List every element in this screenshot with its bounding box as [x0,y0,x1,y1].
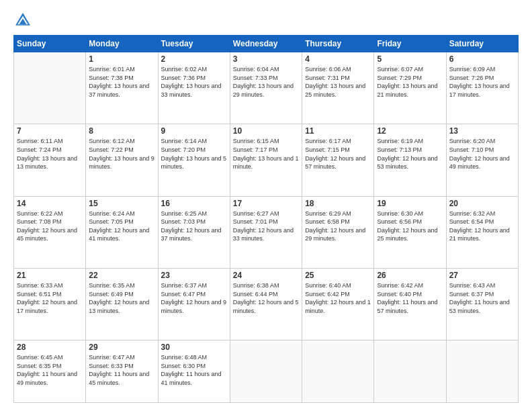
day-info: Sunrise: 6:24 AM Sunset: 7:05 PM Dayligh… [89,210,154,243]
calendar-cell: 26 Sunrise: 6:42 AM Sunset: 6:40 PM Dayl… [374,268,446,340]
day-number: 26 [377,271,443,280]
day-number: 19 [377,199,443,208]
calendar-cell: 28 Sunrise: 6:45 AM Sunset: 6:35 PM Dayl… [14,340,86,403]
calendar-cell: 3 Sunrise: 6:04 AM Sunset: 7:33 PM Dayli… [230,52,302,124]
day-info: Sunrise: 6:02 AM Sunset: 7:36 PM Dayligh… [161,65,227,99]
calendar-cell: 23 Sunrise: 6:37 AM Sunset: 6:47 PM Dayl… [158,268,230,340]
day-number: 23 [161,271,227,280]
day-info: Sunrise: 6:09 AM Sunset: 7:26 PM Dayligh… [449,65,515,99]
day-info: Sunrise: 6:25 AM Sunset: 7:03 PM Dayligh… [161,210,227,243]
header-row: SundayMondayTuesdayWednesdayThursdayFrid… [14,36,519,52]
weekday-header: Sunday [14,36,86,52]
calendar-header: SundayMondayTuesdayWednesdayThursdayFrid… [14,36,519,52]
day-info: Sunrise: 6:29 AM Sunset: 6:58 PM Dayligh… [305,210,371,243]
calendar-cell [302,340,374,403]
day-info: Sunrise: 6:42 AM Sunset: 6:40 PM Dayligh… [377,281,443,315]
calendar-cell: 7 Sunrise: 6:11 AM Sunset: 7:24 PM Dayli… [14,124,86,196]
calendar-cell [14,52,86,124]
day-number: 8 [89,126,154,136]
day-info: Sunrise: 6:22 AM Sunset: 7:08 PM Dayligh… [17,210,83,243]
day-info: Sunrise: 6:33 AM Sunset: 6:51 PM Dayligh… [17,281,83,315]
calendar-cell [446,340,518,403]
calendar-cell: 8 Sunrise: 6:12 AM Sunset: 7:22 PM Dayli… [86,124,158,196]
day-info: Sunrise: 6:40 AM Sunset: 6:42 PM Dayligh… [305,281,371,315]
day-number: 20 [449,199,515,208]
calendar-cell: 4 Sunrise: 6:06 AM Sunset: 7:31 PM Dayli… [302,52,374,124]
day-info: Sunrise: 6:14 AM Sunset: 7:20 PM Dayligh… [161,137,227,171]
day-info: Sunrise: 6:15 AM Sunset: 7:17 PM Dayligh… [233,137,299,171]
day-number: 1 [89,54,154,64]
day-number: 30 [161,342,227,352]
day-number: 14 [17,199,83,208]
day-number: 2 [161,54,227,64]
day-number: 24 [233,271,299,280]
day-info: Sunrise: 6:43 AM Sunset: 6:37 PM Dayligh… [449,281,515,315]
calendar-cell: 20 Sunrise: 6:32 AM Sunset: 6:54 PM Dayl… [446,196,518,268]
calendar-cell: 22 Sunrise: 6:35 AM Sunset: 6:49 PM Dayl… [86,268,158,340]
day-number: 28 [17,342,83,352]
day-number: 22 [89,271,154,280]
calendar-table: SundayMondayTuesdayWednesdayThursdayFrid… [13,35,519,403]
day-info: Sunrise: 6:35 AM Sunset: 6:49 PM Dayligh… [89,281,154,315]
day-number: 13 [449,126,515,136]
logo-icon [13,11,32,30]
calendar-cell: 14 Sunrise: 6:22 AM Sunset: 7:08 PM Dayl… [14,196,86,268]
day-info: Sunrise: 6:01 AM Sunset: 7:38 PM Dayligh… [89,65,154,99]
calendar-cell [374,340,446,403]
day-info: Sunrise: 6:32 AM Sunset: 6:54 PM Dayligh… [449,210,515,243]
calendar-cell: 25 Sunrise: 6:40 AM Sunset: 6:42 PM Dayl… [302,268,374,340]
weekday-header: Monday [86,36,158,52]
calendar-week-row: 14 Sunrise: 6:22 AM Sunset: 7:08 PM Dayl… [14,196,519,268]
calendar-week-row: 7 Sunrise: 6:11 AM Sunset: 7:24 PM Dayli… [14,124,519,196]
day-number: 27 [449,271,515,280]
calendar-cell: 19 Sunrise: 6:30 AM Sunset: 6:56 PM Dayl… [374,196,446,268]
header [13,11,519,30]
day-number: 10 [233,126,299,136]
weekday-header: Tuesday [158,36,230,52]
day-number: 12 [377,126,443,136]
day-info: Sunrise: 6:45 AM Sunset: 6:35 PM Dayligh… [17,353,83,387]
calendar-week-row: 28 Sunrise: 6:45 AM Sunset: 6:35 PM Dayl… [14,340,519,403]
day-info: Sunrise: 6:06 AM Sunset: 7:31 PM Dayligh… [305,65,371,99]
day-info: Sunrise: 6:11 AM Sunset: 7:24 PM Dayligh… [17,137,83,171]
day-info: Sunrise: 6:30 AM Sunset: 6:56 PM Dayligh… [377,210,443,243]
calendar-cell [230,340,302,403]
day-number: 9 [161,126,227,136]
calendar-cell: 12 Sunrise: 6:19 AM Sunset: 7:13 PM Dayl… [374,124,446,196]
calendar-cell: 30 Sunrise: 6:48 AM Sunset: 6:30 PM Dayl… [158,340,230,403]
day-number: 16 [161,199,227,208]
calendar-cell: 21 Sunrise: 6:33 AM Sunset: 6:51 PM Dayl… [14,268,86,340]
day-number: 7 [17,126,83,136]
calendar-cell: 5 Sunrise: 6:07 AM Sunset: 7:29 PM Dayli… [374,52,446,124]
calendar-cell: 13 Sunrise: 6:20 AM Sunset: 7:10 PM Dayl… [446,124,518,196]
calendar-cell: 11 Sunrise: 6:17 AM Sunset: 7:15 PM Dayl… [302,124,374,196]
day-info: Sunrise: 6:37 AM Sunset: 6:47 PM Dayligh… [161,281,227,315]
weekday-header: Friday [374,36,446,52]
day-number: 18 [305,199,371,208]
day-number: 17 [233,199,299,208]
day-info: Sunrise: 6:17 AM Sunset: 7:15 PM Dayligh… [305,137,371,171]
weekday-header: Saturday [446,36,518,52]
day-number: 15 [89,199,154,208]
calendar-cell: 6 Sunrise: 6:09 AM Sunset: 7:26 PM Dayli… [446,52,518,124]
calendar-cell: 1 Sunrise: 6:01 AM Sunset: 7:38 PM Dayli… [86,52,158,124]
day-info: Sunrise: 6:19 AM Sunset: 7:13 PM Dayligh… [377,137,443,171]
day-number: 11 [305,126,371,136]
day-number: 3 [233,54,299,64]
calendar-cell: 27 Sunrise: 6:43 AM Sunset: 6:37 PM Dayl… [446,268,518,340]
day-info: Sunrise: 6:20 AM Sunset: 7:10 PM Dayligh… [449,137,515,171]
calendar-cell: 29 Sunrise: 6:47 AM Sunset: 6:33 PM Dayl… [86,340,158,403]
calendar-cell: 9 Sunrise: 6:14 AM Sunset: 7:20 PM Dayli… [158,124,230,196]
page: SundayMondayTuesdayWednesdayThursdayFrid… [0,0,532,411]
day-info: Sunrise: 6:47 AM Sunset: 6:33 PM Dayligh… [89,353,154,387]
calendar-body: 1 Sunrise: 6:01 AM Sunset: 7:38 PM Dayli… [14,52,519,403]
weekday-header: Thursday [302,36,374,52]
calendar-cell: 15 Sunrise: 6:24 AM Sunset: 7:05 PM Dayl… [86,196,158,268]
day-number: 21 [17,271,83,280]
calendar-cell: 24 Sunrise: 6:38 AM Sunset: 6:44 PM Dayl… [230,268,302,340]
day-info: Sunrise: 6:07 AM Sunset: 7:29 PM Dayligh… [377,65,443,99]
day-number: 6 [449,54,515,64]
day-number: 5 [377,54,443,64]
calendar-week-row: 21 Sunrise: 6:33 AM Sunset: 6:51 PM Dayl… [14,268,519,340]
calendar-cell: 16 Sunrise: 6:25 AM Sunset: 7:03 PM Dayl… [158,196,230,268]
